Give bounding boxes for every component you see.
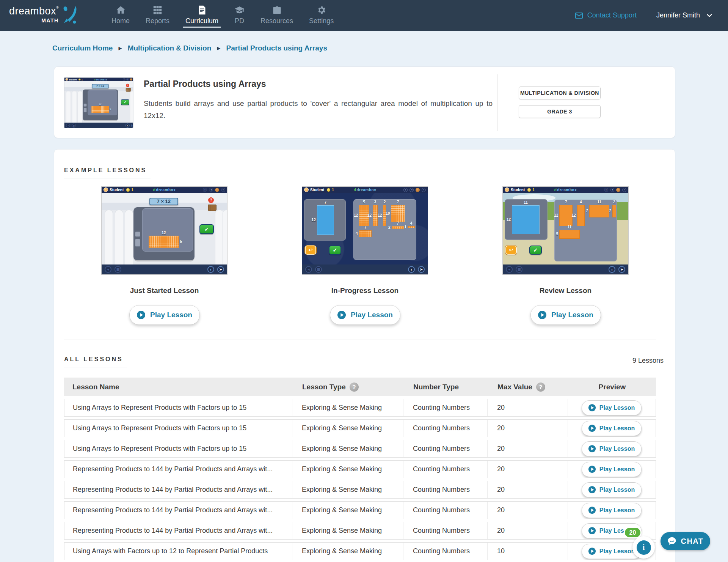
tool-button — [84, 104, 87, 107]
play-icon — [588, 445, 596, 453]
tool-button — [135, 231, 140, 237]
rocket-icon — [60, 5, 80, 24]
piece-label: 12 — [99, 104, 101, 106]
play-lesson-label: Play Lesson — [551, 311, 593, 319]
preview-cell: Play Lesson — [568, 399, 655, 416]
breadcrumb: Curriculum Home▶Multiplication & Divisio… — [52, 44, 327, 52]
user-menu[interactable]: Jennifer Smith — [656, 11, 713, 19]
play-icon — [588, 527, 596, 535]
chat-button[interactable]: CHAT — [661, 532, 710, 550]
breadcrumb-item-partial-products-using-arrays: Partial Products using Arrays — [226, 44, 327, 52]
coin-count: 1 — [131, 188, 133, 192]
play-lesson-label: Play Lesson — [599, 405, 635, 411]
column-header-label: Max Value — [497, 383, 532, 391]
hint-balloon-icon: ? — [126, 84, 129, 87]
nav-item-reports[interactable]: Reports — [146, 0, 169, 31]
play-lesson-button[interactable]: Play Lesson — [582, 400, 642, 416]
game-scene: 7 × 12?125✓ — [102, 193, 227, 264]
curriculum-icon — [197, 5, 207, 15]
undo-button: ↩ — [505, 246, 517, 254]
brand-logo[interactable]: dreambox® MATH — [9, 6, 80, 24]
piece-label: 4 — [356, 232, 358, 236]
nav-item-settings[interactable]: Settings — [309, 0, 334, 31]
close-icon: × — [221, 188, 225, 192]
nav-item-home[interactable]: Home — [111, 0, 130, 31]
nav-item-resources[interactable]: Resources — [260, 0, 293, 31]
play-lesson-button[interactable]: Play Lesson — [530, 305, 601, 325]
array-piece: 212 — [383, 205, 386, 226]
contact-support-link[interactable]: Contact Support — [574, 11, 637, 20]
array-piece: 115 — [559, 230, 580, 239]
lesson-type-cell: Exploring & Sense Making — [292, 399, 403, 416]
game-brand: ddreambox — [153, 188, 176, 192]
column-header-lesson-type: Lesson Type? — [293, 378, 404, 396]
lesson-name-cell: Representing Products to 144 by Partial … — [64, 502, 292, 519]
lesson-preview-image: Student1ddreambox‖◄×7 × 12?125✓◄▦i➤ — [101, 186, 228, 275]
nav-item-curriculum[interactable]: Curriculum — [185, 0, 218, 31]
lessons-table: Lesson NameLesson Type?Number TypeMax Va… — [64, 378, 656, 560]
piece-label: 1 — [404, 225, 406, 229]
send-icon: ➤ — [418, 266, 425, 273]
array-piece: 412 — [577, 205, 585, 226]
game-bottombar: ◄▦i➤ — [503, 264, 628, 274]
game-scene: 712512312212710724174↩✓ — [302, 193, 428, 264]
registered-mark: ® — [56, 6, 59, 9]
game-bottombar: ◄▦i➤ — [64, 123, 133, 128]
breadcrumb-item-curriculum-home[interactable]: Curriculum Home — [52, 44, 113, 52]
array-piece: 125 — [91, 106, 109, 113]
play-lesson-button[interactable]: Play Lesson — [582, 421, 642, 436]
play-lesson-button[interactable]: Play Lesson — [582, 462, 642, 477]
play-lesson-label: Play Lesson — [599, 466, 635, 473]
number-type-cell: Counting Numbers — [403, 420, 488, 437]
play-lesson-button[interactable]: Play Lesson — [582, 441, 642, 457]
avatar-icon — [416, 188, 420, 192]
game-controls: ‖◄× — [403, 188, 426, 192]
game-brand: ddreambox — [554, 188, 577, 192]
preview-cell: Play Lesson — [568, 440, 655, 457]
avatar-icon — [215, 188, 219, 192]
coin-count: 1 — [82, 78, 83, 80]
game-scene: 111271241211727115↩✓ — [503, 193, 628, 264]
preview-cell: Play Lesson — [568, 420, 655, 437]
array-piece: 312 — [373, 205, 378, 226]
play-lesson-button[interactable]: Play Lesson — [129, 305, 200, 325]
student-avatar-icon — [104, 187, 108, 192]
game-bottombar: ◄▦i➤ — [102, 264, 227, 274]
play-icon — [538, 310, 547, 320]
pillar-decoration — [223, 210, 227, 264]
pd-icon — [234, 5, 245, 15]
check-button: ✓ — [199, 224, 214, 234]
play-lesson-button[interactable]: Play Lesson — [582, 503, 642, 518]
lesson-type-cell: Exploring & Sense Making — [292, 502, 403, 519]
play-lesson-button[interactable]: Play Lesson — [582, 482, 642, 497]
game-scene: 7 × 12?125✓ — [64, 81, 133, 123]
piece-label: 3 — [374, 200, 377, 204]
piece-label: 7 — [325, 201, 327, 205]
piece-label: 12 — [312, 218, 316, 222]
column-header-max-value: Max Value? — [488, 378, 568, 396]
multiplication-expression: 7 × 12 — [92, 84, 108, 88]
piece-label: 12 — [507, 218, 511, 222]
coin-icon — [126, 188, 130, 192]
piece-label: 7 — [565, 200, 567, 204]
help-icon[interactable]: ? — [350, 383, 359, 392]
lesson-info: Partial Products using Arrays Students b… — [144, 79, 493, 122]
nav-item-pd[interactable]: PD — [234, 0, 245, 31]
vertical-divider — [497, 74, 497, 131]
nav-items: HomeReportsCurriculumPDResourcesSettings — [111, 0, 334, 31]
lesson-name-cell: Using Arrays with Factors up to 12 to Re… — [64, 543, 292, 560]
pillar-decoration — [66, 91, 71, 123]
example-lesson-in-progress-lesson: Student1ddreambox‖◄×71251231221271072417… — [302, 186, 428, 325]
breadcrumb-item-multiplication-division[interactable]: Multiplication & Division — [128, 44, 212, 52]
envelope-icon — [574, 11, 584, 20]
sound-icon: ◄ — [209, 188, 213, 192]
lesson-name-cell: Using Arrays to Represent Products with … — [64, 440, 292, 457]
help-icon[interactable]: ? — [536, 383, 545, 392]
all-lessons-heading: ALL LESSONS — [64, 356, 127, 367]
play-lesson-button[interactable]: Play Lesson — [330, 305, 400, 325]
pillar-decoration — [78, 91, 83, 123]
game-bottombar-right: i➤ — [408, 266, 425, 273]
piece-label: 2 — [388, 226, 391, 230]
info-button[interactable]: i — [632, 536, 655, 559]
lesson-type-cell: Exploring & Sense Making — [292, 461, 403, 478]
